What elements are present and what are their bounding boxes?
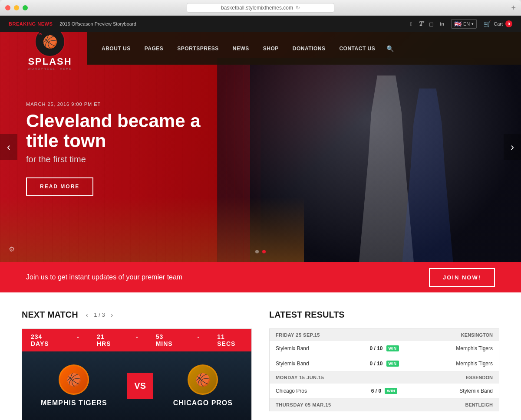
result-away-team-1: Memphis Tigers xyxy=(402,345,493,351)
home-team: 🏀 MEMPHIS TIGERS xyxy=(41,364,107,407)
logo-circle: 🏀 2015 xyxy=(35,32,65,57)
hero-subtitle: for the first time xyxy=(26,154,217,164)
logo-area: 🏀 2015 SPLASH WORDPRESS THEME xyxy=(0,32,87,70)
result-home-team-3: Chicago Pros xyxy=(276,388,368,394)
next-match-title: NEXT MATCH xyxy=(22,310,78,320)
join-now-button[interactable]: JOIN NOW! xyxy=(429,268,495,287)
logo-name: SPLASH xyxy=(28,56,72,67)
next-match-header: NEXT MATCH ‹ 1 / 3 › xyxy=(22,310,252,320)
countdown-mins: 53 MINS xyxy=(156,333,180,347)
next-match-section: NEXT MATCH ‹ 1 / 3 › 234 DAYS - 21 HRS -… xyxy=(22,310,252,420)
join-bar: Join us to get instant updates of your p… xyxy=(0,262,521,292)
result-date-3: THURSDAY 05 MAR.15 xyxy=(276,402,331,407)
twitter-icon[interactable]: 𝕋 xyxy=(419,20,423,28)
result-date-header-2: MONDAY 15 JUN.15 ESSENDON xyxy=(270,371,499,384)
match-content: 🏀 MEMPHIS TIGERS VS 🏀 CHICAGO PROS xyxy=(22,351,251,420)
latest-results-section: LATEST RESULTS FRIDAY 25 SEP.15 KENSINGT… xyxy=(269,310,499,420)
instagram-icon[interactable]: ◻ xyxy=(429,21,434,27)
cart-area[interactable]: 🛒 Cart 0 xyxy=(484,20,512,27)
result-location-3: BENTLEIGH xyxy=(465,402,493,407)
slider-next-arrow[interactable]: › xyxy=(504,134,521,160)
top-bar: Breaking News 2016 Offseason Preview Sto… xyxy=(0,16,521,32)
cart-badge: 0 xyxy=(505,20,512,27)
nav-sportspress[interactable]: SPORTSPRESS xyxy=(171,42,225,55)
match-card: 234 DAYS - 21 HRS - 53 MINS - 11 SECS 🏀 … xyxy=(22,328,252,420)
nav-donations[interactable]: DONATIONS xyxy=(287,42,332,55)
add-tab-button[interactable]: + xyxy=(511,3,516,13)
nav-menu: ABOUT US PAGES SPORTSPRESS NEWS SHOP DON… xyxy=(87,32,521,65)
result-date-2: MONDAY 15 JUN.15 xyxy=(276,375,324,380)
win-badge-3: WIN xyxy=(385,388,397,394)
maximize-button[interactable] xyxy=(23,5,28,10)
nav-news[interactable]: NEWS xyxy=(227,42,255,55)
results-list: FRIDAY 25 SEP.15 KENSINGTON Stylemix Ban… xyxy=(269,328,499,411)
hero-title: Cleveland became a title town xyxy=(26,111,217,151)
match-prev-arrow[interactable]: ‹ xyxy=(83,311,91,319)
facebook-icon[interactable]:  xyxy=(410,21,412,27)
url-bar[interactable]: basketball.stylemixthemes.com ↻ xyxy=(187,3,334,13)
slider-dot-1[interactable] xyxy=(255,250,259,253)
nav-contact-us[interactable]: CONTACT US xyxy=(333,42,381,55)
social-icons:  𝕋 ◻ in xyxy=(410,20,444,28)
nav-pages[interactable]: PAGES xyxy=(138,42,170,55)
countdown-hours: 21 HRS xyxy=(97,333,119,347)
navigation: 🏀 2015 SPLASH WORDPRESS THEME ABOUT US P… xyxy=(0,32,521,65)
countdown-days: 234 DAYS xyxy=(31,333,59,347)
result-home-team-2: Stylemix Band xyxy=(276,361,366,367)
breaking-news-label: Breaking News xyxy=(9,21,53,26)
latest-results-header: LATEST RESULTS xyxy=(269,310,499,320)
language-selector[interactable]: 🇬🇧 EN ▾ xyxy=(451,19,477,29)
logo-subtitle: WORDPRESS THEME xyxy=(28,67,72,70)
search-icon[interactable]: 🔍 xyxy=(383,42,397,56)
result-date-header-3: THURSDAY 05 MAR.15 BENTLEIGH xyxy=(270,399,499,411)
linkedin-icon[interactable]: in xyxy=(440,21,444,26)
slider-dots xyxy=(255,250,266,253)
hero-section: 🏀 2015 SPLASH WORDPRESS THEME ABOUT US P… xyxy=(0,32,521,262)
cart-label: Cart xyxy=(494,21,503,26)
result-away-team-2: Memphis Tigers xyxy=(402,361,493,367)
result-home-team-1: Stylemix Band xyxy=(276,345,366,351)
result-location-1: KENSINGTON xyxy=(461,332,493,338)
content-section: NEXT MATCH ‹ 1 / 3 › 234 DAYS - 21 HRS -… xyxy=(0,292,521,420)
match-page-info: 1 / 3 xyxy=(94,312,105,318)
result-score-1: 0 / 10 xyxy=(369,345,383,351)
slider-prev-arrow[interactable]: ‹ xyxy=(0,134,17,160)
countdown-separator-1: - xyxy=(77,333,79,347)
result-score-3: 6 / 0 xyxy=(371,388,381,394)
countdown-bar: 234 DAYS - 21 HRS - 53 MINS - 11 SECS xyxy=(22,329,251,351)
result-row-1: Stylemix Band 0 / 10 WIN Memphis Tigers xyxy=(270,341,499,356)
logo-years: 2015 xyxy=(38,32,42,36)
vs-badge: VS xyxy=(127,373,153,399)
result-location-2: ESSENDON xyxy=(466,375,493,380)
refresh-icon[interactable]: ↻ xyxy=(296,5,300,11)
hero-content: MARCH 25, 2016 9:00 PM ET Cleveland beca… xyxy=(26,102,217,196)
countdown-separator-2: - xyxy=(136,333,138,347)
home-team-logo: 🏀 xyxy=(59,364,89,395)
match-pagination: ‹ 1 / 3 › xyxy=(83,311,116,319)
browser-window: basketball.stylemixthemes.com ↻ + Breaki… xyxy=(0,0,521,420)
close-button[interactable] xyxy=(5,5,10,10)
url-text: basketball.stylemixthemes.com xyxy=(221,5,293,11)
minimize-button[interactable] xyxy=(14,5,19,10)
result-away-team-3: Stylemix Band xyxy=(401,388,493,394)
gear-icon[interactable]: ⚙ xyxy=(9,245,15,253)
home-team-logo-icon: 🏀 xyxy=(66,373,82,387)
match-next-arrow[interactable]: › xyxy=(109,311,116,319)
nav-about-us[interactable]: ABOUT US xyxy=(96,42,137,55)
away-team-logo: 🏀 xyxy=(188,364,218,395)
away-team: 🏀 CHICAGO PROS xyxy=(173,364,233,407)
result-score-2: 0 / 10 xyxy=(369,361,383,367)
win-badge-2: WIN xyxy=(386,361,399,367)
nav-shop[interactable]: SHOP xyxy=(257,42,285,55)
result-date-1: FRIDAY 25 SEP.15 xyxy=(276,332,320,338)
flag-icon: 🇬🇧 xyxy=(454,20,462,27)
slider-dot-2[interactable] xyxy=(262,250,266,253)
read-more-button[interactable]: READ MORE xyxy=(26,177,93,196)
countdown-secs: 11 SECS xyxy=(217,333,243,347)
chevron-down-icon: ▾ xyxy=(472,22,474,26)
join-text: Join us to get instant updates of your p… xyxy=(26,273,182,281)
countdown-separator-3: - xyxy=(198,333,200,347)
win-badge-1: WIN xyxy=(386,345,399,351)
home-team-name: MEMPHIS TIGERS xyxy=(41,399,107,407)
titlebar: basketball.stylemixthemes.com ↻ + xyxy=(0,0,521,16)
